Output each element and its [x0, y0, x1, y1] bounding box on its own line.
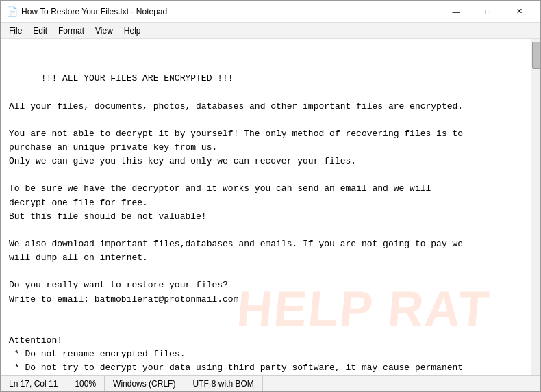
menu-format[interactable]: Format — [53, 25, 90, 37]
app-icon: 📄 — [6, 6, 17, 17]
status-bar: Ln 17, Col 11 100% Windows (CRLF) UTF-8 … — [1, 375, 540, 391]
document-text: !!! ALL YOUR FILES ARE ENCRYPTED !!! All… — [9, 73, 463, 375]
title-bar: 📄 How To Restore Your Files.txt - Notepa… — [1, 1, 540, 23]
scrollbar-thumb[interactable] — [532, 42, 540, 69]
minimize-button[interactable]: — — [440, 1, 472, 23]
window-controls: — □ ✕ — [440, 1, 535, 23]
menu-view[interactable]: View — [90, 25, 118, 37]
notepad-window: 📄 How To Restore Your Files.txt - Notepa… — [0, 0, 541, 392]
menu-edit[interactable]: Edit — [27, 25, 53, 37]
window-title: How To Restore Your Files.txt - Notepad — [21, 7, 440, 16]
encoding: UTF-8 with BOM — [184, 376, 262, 391]
maximize-button[interactable]: □ — [472, 1, 503, 23]
menu-bar: File Edit Format View Help — [1, 23, 540, 39]
zoom-level: 100% — [66, 376, 105, 391]
watermark: HELP RAT — [234, 271, 493, 348]
text-editor[interactable]: HELP RAT !!! ALL YOUR FILES ARE ENCRYPTE… — [1, 39, 531, 375]
menu-file[interactable]: File — [3, 25, 27, 37]
close-button[interactable]: ✕ — [503, 1, 535, 23]
vertical-scrollbar[interactable] — [531, 39, 540, 375]
line-endings: Windows (CRLF) — [105, 376, 184, 391]
editor-area: HELP RAT !!! ALL YOUR FILES ARE ENCRYPTE… — [1, 39, 540, 375]
cursor-position: Ln 17, Col 11 — [6, 376, 66, 391]
menu-help[interactable]: Help — [118, 25, 147, 37]
